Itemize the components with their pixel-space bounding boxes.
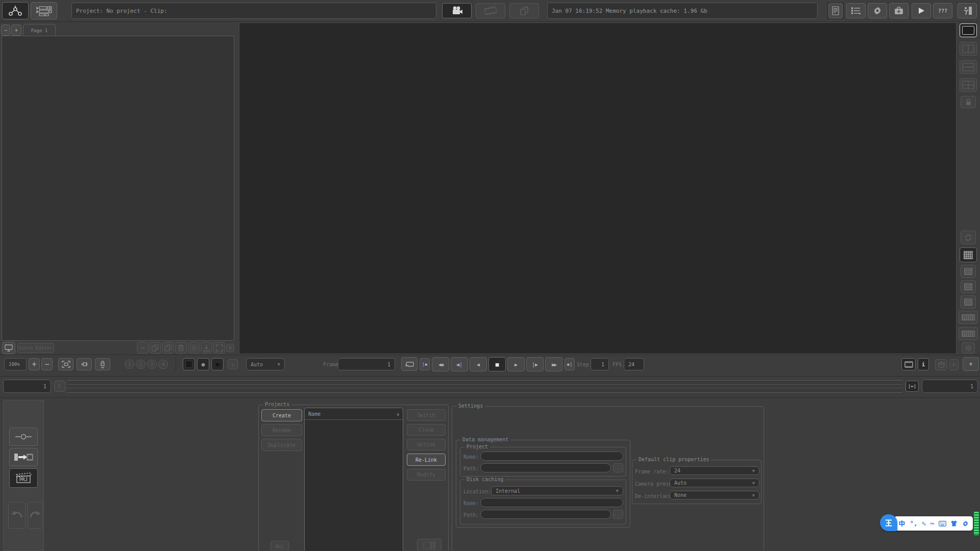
- cache-path-input[interactable]: [480, 510, 611, 519]
- utilities-button[interactable]: [889, 3, 909, 18]
- del-key-button[interactable]: Del: [271, 541, 289, 551]
- expand-view-button[interactable]: [213, 342, 225, 354]
- cache-location-dropdown[interactable]: Internal ▼: [491, 486, 623, 495]
- fit-image-button[interactable]: [58, 358, 74, 370]
- swatch-black-dot-button[interactable]: ●: [211, 358, 224, 370]
- cache-path-browse-button[interactable]: ...: [613, 510, 623, 519]
- add-page-button[interactable]: +: [11, 24, 21, 36]
- main-viewport[interactable]: [239, 22, 957, 354]
- ime-settings-button[interactable]: [962, 520, 969, 527]
- paste-button[interactable]: [150, 342, 161, 354]
- sort-ascending-icon[interactable]: ▲: [397, 412, 399, 416]
- ime-handwriting-button[interactable]: ✎: [921, 519, 925, 528]
- layout-quad-button[interactable]: [960, 78, 977, 92]
- relink-project-button[interactable]: Re-Link: [407, 454, 446, 466]
- ime-skin-button[interactable]: [950, 520, 958, 527]
- curve-editor-button[interactable]: Curve Editor: [17, 343, 54, 353]
- prev-frame-button[interactable]: ◀|: [451, 357, 468, 371]
- zoom-level-field[interactable]: 100%: [4, 358, 27, 370]
- playback-button[interactable]: [912, 3, 931, 18]
- layout-2row-button[interactable]: [960, 60, 977, 74]
- timeline-track[interactable]: [67, 380, 902, 393]
- fit-range-button[interactable]: |↔|: [905, 381, 919, 392]
- ime-punctuation-button[interactable]: °,: [910, 520, 917, 527]
- switch-project-button[interactable]: Switch: [407, 409, 446, 421]
- node-graph-button[interactable]: [2, 2, 29, 19]
- view-preset-2-button[interactable]: 2: [136, 360, 145, 369]
- goto-end-button[interactable]: ◆|: [565, 358, 575, 370]
- node-graph-panel[interactable]: [2, 36, 234, 341]
- fast-forward-button[interactable]: ▶▶: [545, 357, 562, 371]
- rewind-button[interactable]: ◀◀: [432, 357, 449, 371]
- note-button[interactable]: N: [226, 344, 234, 352]
- rename-project-button[interactable]: Rename: [261, 424, 302, 436]
- grid-add-button[interactable]: +: [961, 265, 976, 278]
- frame-input[interactable]: 1: [338, 358, 395, 370]
- swatch-dark-button[interactable]: [183, 358, 195, 370]
- remove-page-button[interactable]: −: [1, 24, 10, 36]
- camera-preset-dropdown[interactable]: Auto ▼: [670, 479, 760, 487]
- ime-chinese-mode-button[interactable]: [898, 520, 905, 527]
- copy-button[interactable]: [162, 342, 174, 354]
- fps-input[interactable]: 24: [624, 358, 644, 370]
- lock-layout-button[interactable]: [961, 96, 976, 108]
- timeline-c-button[interactable]: C: [54, 381, 65, 392]
- clip-library-button[interactable]: [417, 539, 442, 551]
- zoom-out-button[interactable]: −: [41, 358, 53, 370]
- clip-document-button[interactable]: [509, 3, 539, 18]
- view-preset-1-button[interactable]: 1: [125, 360, 134, 369]
- cache-name-input[interactable]: [480, 498, 623, 507]
- ime-screenshot-button[interactable]: ✂: [930, 519, 934, 528]
- ime-keyboard-button[interactable]: [939, 521, 946, 527]
- dim-display-button[interactable]: [962, 342, 975, 354]
- unlink-project-button[interactable]: Unlink: [407, 439, 446, 450]
- create-project-button[interactable]: Create: [261, 409, 302, 421]
- name-column-header[interactable]: Name: [308, 411, 321, 417]
- projects-list-header[interactable]: Name ▲: [305, 408, 403, 420]
- delete-button[interactable]: [175, 342, 187, 354]
- ime-logo-bubble[interactable]: [880, 514, 897, 531]
- project-path-input[interactable]: [480, 463, 611, 472]
- clip-info-button[interactable]: [901, 358, 916, 370]
- menu-list-button[interactable]: [846, 3, 866, 18]
- deinterlace-dropdown[interactable]: None ▼: [670, 491, 760, 499]
- proxy-grid-button[interactable]: [960, 247, 977, 262]
- preferences-button[interactable]: [868, 3, 887, 18]
- fit-height-button[interactable]: [95, 358, 110, 370]
- redo-button[interactable]: [28, 502, 43, 529]
- view-preset-3-button[interactable]: 3: [147, 360, 157, 369]
- zoom-in-button[interactable]: +: [29, 358, 40, 370]
- stop-button[interactable]: ■: [488, 357, 506, 371]
- swatch-gray-dot-button[interactable]: ●: [197, 358, 209, 370]
- view-preset-4-button[interactable]: 4: [158, 360, 168, 369]
- 3d-view-button[interactable]: [935, 359, 947, 370]
- fit-width-button[interactable]: [77, 358, 92, 370]
- swatch-diamond-button[interactable]: ◇: [228, 359, 238, 369]
- filmstrip-mode-button[interactable]: [476, 3, 505, 18]
- timeline-end-input[interactable]: 1: [922, 380, 978, 393]
- proxy-toggle-button[interactable]: P: [949, 359, 959, 370]
- loop-mode-button[interactable]: [401, 357, 418, 371]
- grid-plain-button[interactable]: [961, 295, 976, 309]
- info-overlay-button[interactable]: i: [918, 358, 929, 370]
- frame-rate-dropdown[interactable]: 24 ▼: [670, 466, 760, 475]
- layout-1up-button[interactable]: [960, 23, 977, 37]
- projects-list[interactable]: Name ▲: [304, 408, 403, 551]
- system-tray-indicator[interactable]: [974, 512, 979, 535]
- help-button[interactable]: ???: [933, 3, 952, 18]
- import-button[interactable]: [9, 448, 38, 466]
- goto-start-button[interactable]: |◆: [420, 358, 430, 370]
- next-frame-button[interactable]: |▶: [526, 357, 544, 371]
- tab-page-1[interactable]: Page 1: [23, 24, 56, 37]
- select-group-button[interactable]: [188, 342, 200, 354]
- controls-button[interactable]: [9, 428, 38, 446]
- duplicate-project-button[interactable]: Duplicate: [261, 439, 302, 451]
- camera-mode-button[interactable]: [442, 3, 472, 18]
- timeline-start-input[interactable]: 1: [3, 380, 51, 393]
- project-clip-field[interactable]: Project: No project - Clip:: [71, 3, 436, 19]
- refresh-proxies-button[interactable]: [961, 231, 976, 244]
- modify-project-button[interactable]: Modify: [407, 469, 446, 481]
- cut-button[interactable]: ✂: [137, 342, 149, 354]
- project-name-input[interactable]: [480, 452, 623, 461]
- grid-remove-button[interactable]: −: [961, 280, 976, 293]
